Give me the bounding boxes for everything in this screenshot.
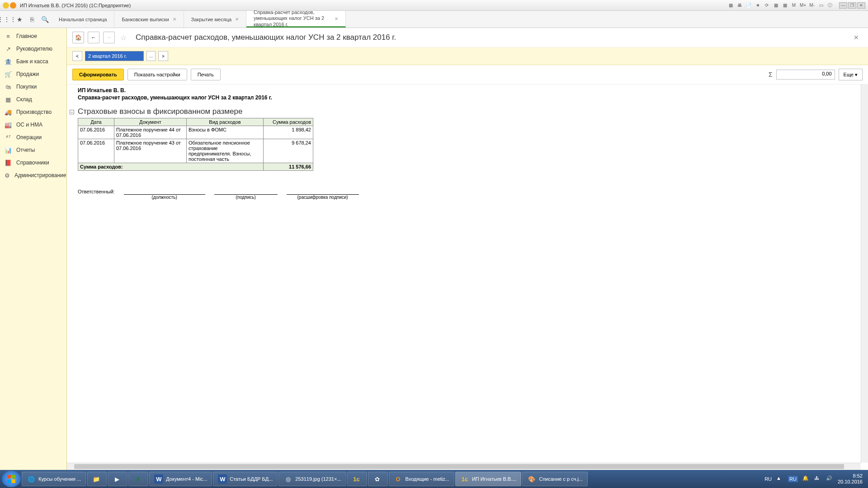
task-item[interactable]: 🌐Курсы обучения ... [22,472,86,486]
1c-icon: 1c [460,474,469,483]
titlebar-icon[interactable]: ★ [754,2,761,9]
titlebar-icon[interactable]: 📄 [745,2,752,9]
sidebar-item-production[interactable]: 🚚Производство [0,106,66,118]
table-total-row: Сумма расходов: 11 576,66 [78,163,313,171]
close-icon[interactable]: ✕ [235,17,239,22]
factory-icon: 🏭 [5,121,12,128]
grid-icon: ▦ [5,96,12,103]
period-select-button[interactable]: … [146,51,156,61]
explorer-icon: 📁 [92,474,101,483]
task-item[interactable]: WСтатьи БДДР БД... [213,472,278,486]
sidebar-item-label: ОС и НМА [16,122,42,128]
close-icon[interactable]: ✕ [335,16,338,21]
period-prev-button[interactable]: < [72,51,82,61]
back-button[interactable]: ← [88,32,99,43]
period-next-button[interactable]: > [158,51,168,61]
sidebar-item-label: Производство [16,109,52,115]
titlebar-icon[interactable]: ▦ [727,2,734,9]
apps-icon[interactable]: ⋮⋮⋮ [3,15,11,23]
sidebar-item-admin[interactable]: ⚙Администрирование [0,169,66,182]
titlebar-info-icon[interactable]: ⓘ [826,2,834,9]
minimize-button[interactable]: — [839,2,847,9]
titlebar-icon[interactable]: ▦ [772,2,779,9]
star-icon[interactable]: ★ [15,15,24,23]
clock[interactable]: 8:52 20.10.2016 [838,473,863,485]
task-item[interactable]: ◎253119.jpg (1231×... [278,472,346,486]
sidebar-item-operations[interactable]: ᴬᵀОперации [0,131,66,144]
sidebar-item-sales[interactable]: 🛒Продажи [0,68,66,80]
generate-button[interactable]: Сформировать [72,69,124,80]
titlebar-m-minus[interactable]: M- [808,2,816,9]
sidebar-item-warehouse[interactable]: ▦Склад [0,93,66,106]
report-area: ИП Игнатьев В. В. Справка-расчет расходо… [67,84,868,470]
sidebar-item-label: Покупки [16,84,37,90]
sidebar-item-purchases[interactable]: 🛍Покупки [0,80,66,93]
task-item[interactable]: OВходящие - metiz... [389,472,454,486]
print-button[interactable]: Печать [191,69,221,80]
sig-caption: (расшифровка подписи) [287,195,359,200]
cell-doc: Платежное поручение 43 от 07.06.2016 [114,139,187,163]
tray-icon[interactable]: 🖧 [814,475,821,483]
task-item[interactable]: ▶ [108,472,127,486]
table-row[interactable]: 07.06.2016 Платежное поручение 44 от 07.… [78,126,313,139]
period-input[interactable] [85,51,144,61]
forward-button[interactable]: → [103,32,115,43]
sidebar-item-main[interactable]: ≡Главное [0,30,66,42]
more-button[interactable]: Еще ▾ [839,69,863,80]
titlebar-icon[interactable]: ▦ [781,2,788,9]
sidebar-item-bank[interactable]: 🏦Банк и касса [0,55,66,68]
scroll-thumb[interactable] [74,464,844,469]
titlebar-icon[interactable]: 🖶 [736,2,743,9]
home-button[interactable]: 🏠 [72,32,84,43]
signature-line [287,189,359,195]
tab-bank[interactable]: Банковские выписки✕ [114,11,184,28]
link-icon[interactable]: ⎘ [28,15,36,23]
task-item[interactable]: 📁 [87,472,107,486]
horizontal-scrollbar[interactable] [67,463,861,470]
bank-icon: 🏦 [5,58,12,65]
tray-icon[interactable]: 🔊 [826,475,833,483]
tray-icon[interactable]: ▲ [776,475,783,483]
task-item[interactable]: 🎨Списание с р сч.j... [522,472,588,486]
vertical-scrollbar[interactable] [861,84,868,463]
task-label: ИП Игнатьев В.В.... [472,476,516,482]
search-icon[interactable]: 🔍 [41,15,49,23]
sidebar-item-label: Банк и касса [16,58,48,65]
tray-icon[interactable]: 🔔 [802,475,810,483]
lang-indicator[interactable]: RU [764,476,772,482]
sidebar-item-assets[interactable]: 🏭ОС и НМА [0,118,66,131]
settings-button[interactable]: Показать настройки [127,69,187,80]
tab-report[interactable]: Справка-расчет расходов, уменьшающих нал… [246,11,346,28]
titlebar-icon[interactable]: ▭ [817,2,825,9]
sidebar-item-manager[interactable]: ↗Руководителю [0,42,66,55]
app-icon-dropdown[interactable] [10,2,16,9]
task-item-active[interactable]: 1cИП Игнатьев В.В.... [455,472,521,486]
tab-home[interactable]: Начальная страница [52,11,114,28]
titlebar-m-plus[interactable]: M+ [799,2,807,9]
table-row[interactable]: 07.06.2016 Платежное поручение 43 от 07.… [78,139,313,163]
close-button[interactable]: ✕ [857,2,865,9]
task-item[interactable]: X [128,472,148,486]
lang-indicator-2[interactable]: RU [788,476,798,482]
titlebar-m[interactable]: M [790,2,797,9]
col-date: Дата [78,118,114,126]
sidebar-item-catalogs[interactable]: 📕Справочники [0,156,66,169]
tab-label: Банковские выписки [122,17,169,22]
start-button[interactable] [2,471,21,487]
tab-closing[interactable]: Закрытие месяца✕ [184,11,247,28]
collapse-icon[interactable]: − [70,110,74,114]
favorite-icon[interactable]: ☆ [118,33,128,42]
task-item[interactable]: 1c [347,472,367,486]
sidebar-item-label: Продажи [16,71,39,77]
close-content-button[interactable]: ✕ [850,34,863,41]
svg-rect-2 [7,479,11,483]
task-item[interactable]: WДокумент4 - Mic... [149,472,212,486]
close-icon[interactable]: ✕ [173,17,176,22]
sum-field[interactable]: 0,00 [776,70,835,80]
maximize-button[interactable]: ❐ [848,2,856,9]
window-title: ИП Игнатьев В.В. (УСН 2016) (1С:Предприя… [20,3,131,8]
titlebar-icon[interactable]: ⟳ [763,2,770,9]
col-type: Вид расходов [187,118,264,126]
sidebar-item-reports[interactable]: 📊Отчеты [0,144,66,156]
task-item[interactable]: ✿ [368,472,388,486]
